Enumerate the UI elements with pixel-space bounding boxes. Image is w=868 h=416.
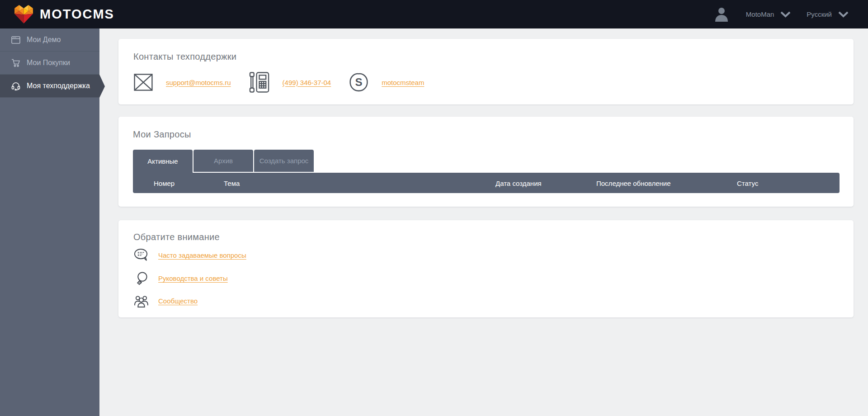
requests-tabbar: Активные Архив Создать запрос bbox=[133, 150, 840, 172]
community-icon bbox=[133, 294, 149, 307]
sidebar-item-my-purchases[interactable]: Мои Покупки bbox=[0, 52, 99, 75]
column-header-number: Номер bbox=[154, 179, 175, 187]
sidebar-item-label: Моя техподдержка bbox=[27, 82, 90, 90]
contacts-row: support@motocms.ru (499) 346-37-04 bbox=[133, 71, 854, 94]
motocms-logo-icon bbox=[14, 5, 34, 24]
sidebar-item-label: Мои Покупки bbox=[27, 59, 70, 67]
attention-title: Обратите внимание bbox=[133, 232, 854, 242]
requests-table-header: Номер Тема Дата создания Последнее обнов… bbox=[133, 173, 840, 193]
column-header-status: Статус bbox=[737, 179, 758, 187]
column-header-subject: Тема bbox=[224, 179, 240, 187]
lightbulb-icon bbox=[133, 271, 149, 285]
faq-link[interactable]: Часто задаваемые вопросы bbox=[158, 251, 246, 259]
column-header-created: Дата создания bbox=[495, 179, 542, 187]
sidebar-item-label: Мои Демо bbox=[27, 36, 61, 44]
person-icon[interactable] bbox=[714, 7, 729, 22]
sidebar-item-my-demos[interactable]: Мои Демо bbox=[0, 28, 99, 52]
contact-skype: S motocmsteam bbox=[349, 72, 424, 92]
faq-bubble-icon bbox=[133, 248, 149, 262]
chevron-down-icon[interactable] bbox=[838, 11, 849, 18]
support-contacts-title: Контакты техподдержки bbox=[133, 52, 854, 62]
language-label[interactable]: Русский bbox=[807, 10, 832, 18]
brand-name: MOTOCMS bbox=[40, 7, 114, 22]
tab-archive[interactable]: Архив bbox=[193, 150, 253, 172]
tab-create-request[interactable]: Создать запрос bbox=[254, 150, 314, 172]
chevron-down-icon[interactable] bbox=[780, 11, 791, 18]
faq-row: Часто задаваемые вопросы bbox=[133, 248, 854, 262]
my-requests-card: Мои Запросы Активные Архив Создать запро… bbox=[118, 117, 854, 207]
community-link[interactable]: Сообщество bbox=[158, 297, 198, 305]
cart-icon bbox=[11, 59, 20, 67]
main-content: Контакты техподдержки support@motocms.ru bbox=[99, 28, 868, 416]
headset-icon bbox=[11, 82, 20, 90]
app-header: MOTOCMS MotoMan Русский bbox=[0, 0, 868, 28]
guides-link[interactable]: Руководства и советы bbox=[158, 274, 228, 282]
browser-window-icon bbox=[11, 36, 20, 44]
skype-icon: S bbox=[349, 72, 369, 92]
community-row: Сообщество bbox=[133, 294, 854, 307]
contact-email: support@motocms.ru bbox=[133, 73, 231, 91]
svg-text:S: S bbox=[355, 76, 363, 88]
support-contacts-card: Контакты техподдержки support@motocms.ru bbox=[118, 39, 854, 104]
contact-phone: (499) 346-37-04 bbox=[249, 71, 331, 94]
email-icon bbox=[133, 73, 153, 91]
attention-card: Обратите внимание Часто задаваемые вопро… bbox=[118, 220, 854, 317]
my-requests-title: Мои Запросы bbox=[133, 129, 840, 140]
guides-row: Руководства и советы bbox=[133, 271, 854, 285]
header-user-area: MotoMan Русский bbox=[714, 7, 849, 22]
sidebar: Мои Демо Мои Покупки Моя техподдержка bbox=[0, 28, 99, 416]
support-phone-link[interactable]: (499) 346-37-04 bbox=[283, 79, 331, 86]
column-header-updated: Последнее обновление bbox=[596, 179, 671, 187]
tab-active-requests[interactable]: Активные bbox=[133, 150, 193, 173]
user-name-label[interactable]: MotoMan bbox=[746, 10, 774, 18]
brand-logo[interactable]: MOTOCMS bbox=[14, 5, 114, 24]
support-skype-link[interactable]: motocmsteam bbox=[382, 79, 424, 86]
phone-icon bbox=[249, 71, 270, 94]
sidebar-item-my-support[interactable]: Моя техподдержка bbox=[0, 75, 99, 98]
support-email-link[interactable]: support@motocms.ru bbox=[166, 79, 231, 86]
